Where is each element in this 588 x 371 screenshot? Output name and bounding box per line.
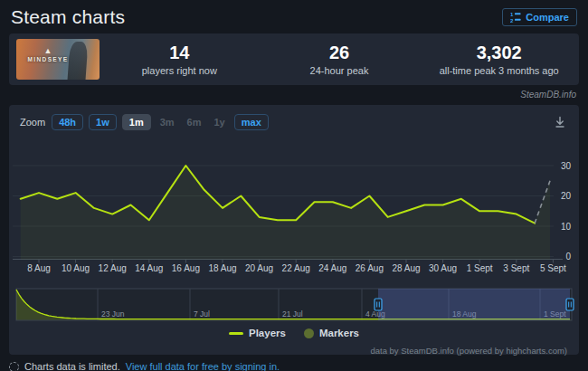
svg-text:21 Jul: 21 Jul	[282, 309, 303, 319]
svg-text:22 Aug: 22 Aug	[282, 263, 310, 273]
sign-in-link[interactable]: View full data for free by signing in.	[126, 361, 280, 371]
players-chart[interactable]: 01020308 Aug10 Aug12 Aug14 Aug16 Aug18 A…	[9, 105, 579, 355]
svg-text:10 Aug: 10 Aug	[62, 263, 90, 273]
compare-icon: 1 2	[510, 12, 521, 23]
navigator-handle-left[interactable]	[375, 299, 382, 310]
peak-24h-value: 26	[260, 43, 420, 63]
legend-players-label: Players	[249, 328, 286, 338]
zoom-max-button[interactable]: max	[234, 114, 269, 130]
chart-panel: Zoom 48h 1w 1m 3m 6m 1y max 01020308 Aug…	[9, 105, 579, 355]
zoom-1m-button[interactable]: 1m	[122, 114, 151, 130]
stat-24h-peak: 26 24-hour peak	[260, 43, 420, 76]
limited-data-text: Charts data is limited.	[24, 361, 120, 371]
alltime-peak-label: all-time peak 3 months ago	[419, 65, 579, 76]
limited-data-notice: Charts data is limited. View full data f…	[9, 361, 579, 371]
players-now-value: 14	[100, 43, 260, 63]
chart-legend: Players Markers	[9, 328, 579, 338]
legend-item-players[interactable]: Players	[229, 328, 286, 338]
page-header: Steam charts 1 2 Compare	[9, 0, 579, 33]
game-logo-name: MINDSEYE	[24, 56, 72, 62]
svg-text:7 Jul: 7 Jul	[194, 309, 210, 319]
peak-24h-label: 24-hour peak	[260, 65, 420, 76]
svg-text:2: 2	[510, 17, 514, 23]
legend-markers-label: Markers	[319, 328, 359, 338]
chart-credits-link[interactable]: data by SteamDB.info (powered by highcha…	[370, 346, 567, 356]
svg-text:5 Sept: 5 Sept	[540, 263, 566, 273]
svg-text:10: 10	[561, 222, 572, 232]
svg-text:20: 20	[561, 191, 572, 201]
svg-text:14 Aug: 14 Aug	[135, 263, 163, 273]
svg-text:8 Aug: 8 Aug	[27, 263, 51, 273]
svg-text:30 Aug: 30 Aug	[429, 263, 457, 273]
legend-item-markers[interactable]: Markers	[304, 328, 359, 338]
page-title: Steam charts	[11, 6, 125, 28]
game-logo: ▲ MINDSEYE	[24, 47, 72, 62]
svg-text:18 Aug: 18 Aug	[208, 263, 236, 273]
zoom-48h-button[interactable]: 48h	[52, 114, 83, 130]
navigator-handle-right[interactable]	[566, 299, 574, 310]
players-now-label: players right now	[100, 65, 260, 76]
download-icon	[554, 115, 566, 128]
svg-text:3 Sept: 3 Sept	[503, 263, 529, 273]
players-line-swatch	[229, 332, 243, 335]
stats-strip: ▲ MINDSEYE 14 players right now 26 24-ho…	[9, 33, 579, 85]
zoom-1y-button: 1y	[211, 115, 229, 129]
game-logo-mark: ▲	[24, 47, 72, 54]
markers-swatch	[304, 328, 314, 338]
svg-text:1 Sept: 1 Sept	[467, 263, 493, 273]
svg-text:12 Aug: 12 Aug	[99, 263, 127, 273]
stat-players-now: 14 players right now	[100, 43, 260, 76]
game-capsule-image: ▲ MINDSEYE	[16, 39, 100, 80]
svg-text:1: 1	[510, 12, 514, 17]
compare-button[interactable]: 1 2 Compare	[502, 8, 577, 26]
zoom-toolbar: Zoom 48h 1w 1m 3m 6m 1y max	[20, 114, 269, 130]
compare-button-label: Compare	[526, 12, 569, 23]
svg-text:24 Aug: 24 Aug	[318, 263, 346, 273]
svg-text:26 Aug: 26 Aug	[356, 263, 384, 273]
svg-text:30: 30	[561, 161, 572, 171]
zoom-3m-button: 3m	[156, 115, 178, 129]
download-chart-button[interactable]	[554, 115, 566, 132]
steamdb-watermark: SteamDB.info	[9, 85, 579, 105]
players-area	[21, 166, 550, 260]
navigator-selection	[378, 289, 570, 320]
zoom-6m-button: 6m	[184, 115, 205, 129]
alltime-peak-value: 3,302	[419, 43, 579, 63]
svg-text:0: 0	[565, 252, 571, 262]
dashed-circle-icon	[9, 362, 19, 371]
svg-text:16 Aug: 16 Aug	[172, 263, 200, 273]
stat-alltime-peak: 3,302 all-time peak 3 months ago	[419, 43, 579, 76]
zoom-1w-button[interactable]: 1w	[89, 114, 117, 130]
svg-text:20 Aug: 20 Aug	[245, 263, 273, 273]
svg-text:23 Jun: 23 Jun	[101, 309, 125, 319]
svg-text:28 Aug: 28 Aug	[392, 263, 420, 273]
zoom-label: Zoom	[20, 117, 45, 128]
